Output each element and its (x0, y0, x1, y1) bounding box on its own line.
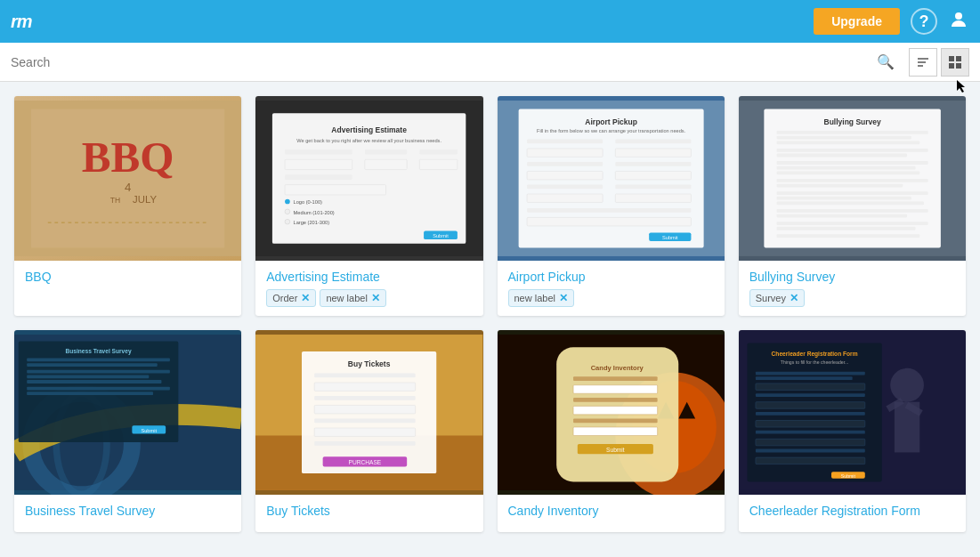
tag-remove-survey[interactable]: ✕ (790, 292, 798, 304)
sort-button[interactable] (909, 48, 937, 77)
svg-text:Airport Pickup: Airport Pickup (585, 117, 637, 126)
card-buy-tickets[interactable]: Buy Tickets PURCHASE Buy Tickets (255, 330, 482, 532)
svg-rect-72 (776, 201, 923, 205)
svg-text:Submit: Submit (661, 235, 677, 240)
svg-rect-102 (314, 428, 415, 436)
svg-rect-49 (615, 185, 691, 190)
svg-text:TH: TH (110, 196, 120, 205)
svg-rect-40 (527, 140, 603, 144)
card-bullying-survey[interactable]: Bullying Survey (739, 96, 966, 316)
card-business-travel[interactable]: Business Travel Survey Submit Business T… (14, 330, 241, 532)
tag-survey: Survey ✕ (749, 289, 805, 307)
svg-rect-48 (527, 185, 603, 190)
svg-rect-139 (756, 449, 865, 453)
svg-rect-19 (285, 149, 352, 155)
upgrade-button[interactable]: Upgrade (814, 8, 900, 35)
svg-rect-26 (285, 185, 385, 195)
svg-rect-84 (27, 363, 158, 367)
grid-button[interactable] (941, 48, 969, 77)
card-tags-advertising: Order ✕ new label ✕ (266, 289, 472, 307)
svg-text:Business Travel Survey: Business Travel Survey (65, 348, 132, 355)
card-airport-pickup[interactable]: Airport Pickup Fill in the form below so… (498, 96, 725, 316)
svg-text:BBQ: BBQ (82, 133, 174, 182)
svg-text:We get back to you right after: We get back to you right after we review… (296, 138, 441, 143)
svg-rect-88 (27, 387, 170, 391)
search-bar: 🔍 (0, 43, 980, 82)
card-thumbnail-cheerleader: Cheerleader Registration Form Things to … (739, 330, 966, 495)
svg-rect-25 (285, 174, 352, 180)
svg-text:Buy Tickets: Buy Tickets (348, 359, 391, 368)
card-advertising-estimate[interactable]: Advertising Estimate We get back to you … (255, 96, 482, 316)
svg-rect-87 (27, 380, 161, 383)
svg-rect-63 (776, 149, 927, 152)
tag-new-label-adv: new label ✕ (320, 289, 385, 307)
svg-rect-47 (615, 171, 691, 179)
svg-rect-74 (776, 214, 907, 218)
tag-remove-order[interactable]: ✕ (301, 292, 310, 304)
user-icon[interactable] (948, 9, 969, 35)
svg-rect-89 (27, 392, 153, 395)
svg-rect-66 (776, 166, 915, 170)
card-title-bbq: BBQ (25, 270, 231, 284)
cards-grid: BBQ 4 TH JULY BBQ Advertising Estimate W… (0, 82, 980, 532)
svg-rect-43 (615, 149, 691, 157)
card-thumbnail-candy: Candy Inventory Submit (498, 330, 725, 495)
tag-new-label-airport: new label ✕ (508, 289, 574, 307)
svg-text:Logo (0-100): Logo (0-100) (294, 199, 323, 205)
svg-rect-69 (776, 184, 903, 188)
tag-remove-new-label-adv[interactable]: ✕ (371, 292, 380, 304)
svg-point-123 (890, 368, 924, 402)
svg-rect-67 (776, 171, 919, 174)
svg-rect-75 (776, 222, 927, 225)
svg-text:Large (201-300): Large (201-300) (294, 220, 330, 225)
svg-rect-132 (756, 383, 865, 391)
tag-remove-new-label-airport[interactable]: ✕ (559, 292, 568, 304)
svg-text:Candy Inventory: Candy Inventory (590, 364, 644, 372)
svg-text:PURCHASE: PURCHASE (349, 459, 382, 465)
svg-rect-97 (314, 374, 415, 378)
search-icon: 🔍 (877, 53, 895, 70)
svg-point-0 (955, 12, 962, 20)
card-tags-airport: new label ✕ (508, 289, 714, 307)
card-bbq[interactable]: BBQ 4 TH JULY BBQ (14, 96, 241, 316)
view-controls (909, 48, 969, 77)
svg-rect-22 (285, 159, 352, 169)
help-icon[interactable]: ? (911, 8, 937, 35)
card-body-bbq: BBQ (14, 261, 241, 298)
svg-point-31 (285, 219, 290, 224)
svg-rect-20 (365, 149, 407, 155)
card-title-cheerleader: Cheerleader Registration Form (749, 504, 955, 518)
svg-rect-76 (776, 227, 915, 230)
svg-rect-131 (756, 376, 853, 380)
card-body-bullying: Bullying Survey Survey ✕ (739, 261, 966, 316)
svg-rect-101 (314, 419, 415, 424)
card-title-bullying: Bullying Survey (749, 270, 955, 284)
svg-rect-68 (776, 179, 927, 182)
svg-text:Submit: Submit (841, 473, 856, 479)
card-candy-inventory[interactable]: Candy Inventory Submit Candy Inventory (498, 330, 725, 532)
svg-text:JULY: JULY (133, 194, 157, 205)
search-input[interactable] (11, 55, 870, 69)
svg-rect-119 (573, 427, 658, 435)
app-header: rm Upgrade ? (0, 0, 980, 43)
card-body-cheerleader: Cheerleader Registration Form (739, 495, 966, 532)
svg-rect-4 (949, 56, 954, 61)
svg-rect-103 (314, 441, 415, 446)
svg-rect-7 (956, 63, 961, 69)
svg-text:Bullying Survey: Bullying Survey (823, 117, 881, 126)
svg-point-29 (285, 209, 290, 214)
svg-rect-137 (756, 431, 865, 434)
card-title-candy: Candy Inventory (508, 504, 714, 518)
card-thumbnail-business: Business Travel Survey Submit (14, 330, 241, 495)
svg-rect-134 (756, 402, 865, 409)
svg-rect-130 (756, 372, 865, 375)
svg-text:Submit: Submit (606, 447, 625, 453)
svg-rect-62 (776, 141, 919, 144)
card-tags-bullying: Survey ✕ (749, 289, 955, 307)
svg-rect-45 (615, 162, 691, 166)
card-cheerleader[interactable]: Cheerleader Registration Form Things to … (739, 330, 966, 532)
svg-rect-114 (573, 376, 658, 381)
svg-text:Medium (101-200): Medium (101-200) (294, 210, 335, 215)
svg-rect-83 (27, 359, 170, 362)
svg-rect-64 (776, 154, 907, 157)
